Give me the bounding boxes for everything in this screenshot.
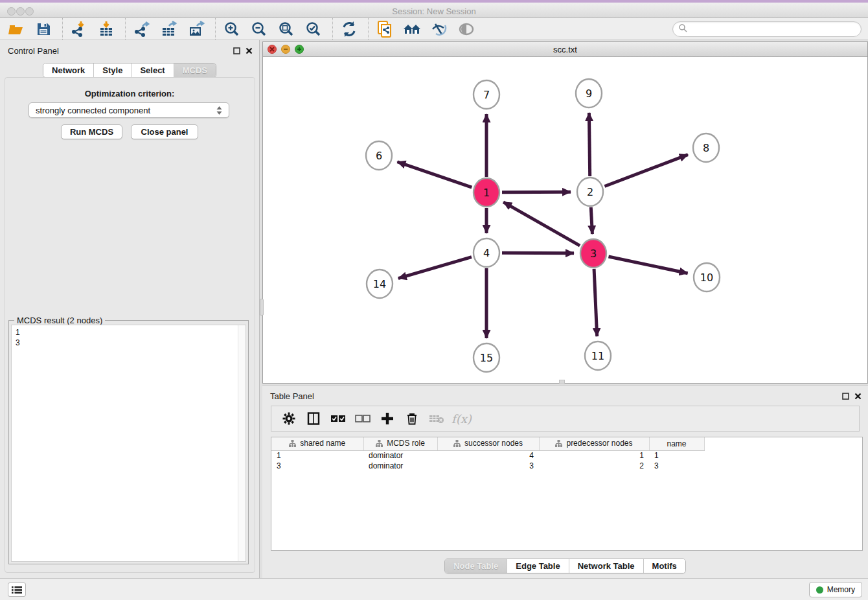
- graph-node-14[interactable]: 14: [367, 270, 393, 298]
- search-icon: [678, 23, 687, 35]
- tab-node-table[interactable]: Node Table: [445, 559, 507, 573]
- delete-icon[interactable]: [402, 409, 422, 428]
- graph-node-1[interactable]: 1: [474, 178, 499, 207]
- tab-edge-table[interactable]: Edge Table: [507, 559, 569, 573]
- tab-select[interactable]: Select: [131, 63, 174, 77]
- memory-status-icon: [816, 586, 823, 594]
- graph-node-6[interactable]: 6: [366, 141, 392, 170]
- column-header-successor-nodes[interactable]: successor nodes: [437, 437, 539, 450]
- search-input[interactable]: [687, 23, 861, 35]
- cell-shared-name[interactable]: 1: [271, 450, 363, 461]
- deselect-all-icon[interactable]: [353, 409, 372, 428]
- optimization-criterion-label: Optimization criterion:: [0, 89, 259, 98]
- splitter-handle-vertical[interactable]: [260, 299, 264, 316]
- cell-mcds-role[interactable]: dominator: [363, 450, 437, 461]
- svg-text:10: 10: [700, 271, 713, 284]
- add-column-icon[interactable]: [378, 409, 397, 428]
- float-table-panel-icon[interactable]: [842, 391, 849, 402]
- open-file-icon[interactable]: [6, 19, 26, 39]
- tab-motifs[interactable]: Motifs: [644, 559, 685, 573]
- hide-details-icon[interactable]: [429, 19, 449, 39]
- table-panel-title: Table Panel: [270, 391, 314, 401]
- optimization-criterion-select[interactable]: strongly connected component: [29, 102, 229, 118]
- graph-edge-4-14[interactable]: [398, 257, 472, 279]
- graph-edge-1-2[interactable]: [502, 192, 571, 192]
- graph-node-15[interactable]: 15: [474, 343, 499, 372]
- run-mcds-button[interactable]: Run MCDS: [61, 124, 122, 139]
- splitter-handle-horizontal[interactable]: [559, 380, 565, 384]
- list-icon: [12, 586, 22, 594]
- graph-edge-2-3[interactable]: [591, 207, 592, 234]
- tab-network[interactable]: Network: [43, 63, 94, 77]
- zoom-in-icon[interactable]: [222, 19, 242, 39]
- column-header-mcds-role[interactable]: MCDS role: [363, 437, 437, 450]
- network-overview-icon[interactable]: [402, 19, 422, 39]
- zoom-out-icon[interactable]: [249, 19, 269, 39]
- float-panel-icon[interactable]: [233, 45, 240, 57]
- graph-node-3[interactable]: 3: [580, 239, 606, 268]
- close-table-panel-icon[interactable]: [854, 391, 862, 402]
- graph-node-4[interactable]: 4: [474, 238, 499, 267]
- cell-shared-name[interactable]: 3: [271, 461, 363, 471]
- delete-table-icon[interactable]: [427, 409, 446, 428]
- graph-edge-1-6[interactable]: [397, 162, 472, 187]
- close-panel-button[interactable]: Close panel: [131, 124, 198, 139]
- column-header-predecessor-nodes[interactable]: predecessor nodes: [539, 437, 649, 450]
- svg-text:14: 14: [373, 278, 386, 290]
- select-all-icon[interactable]: [328, 409, 348, 428]
- svg-text:3: 3: [590, 248, 597, 260]
- zoom-selected-icon[interactable]: [304, 19, 323, 39]
- table-panel: Table Panel: [262, 385, 868, 578]
- tab-style[interactable]: Style: [94, 63, 131, 77]
- graph-node-2[interactable]: 2: [577, 178, 603, 206]
- table-row[interactable]: 3 dominator 3 2 3: [271, 461, 862, 471]
- save-session-icon[interactable]: [34, 19, 53, 39]
- network-canvas[interactable]: 7968124314101511: [263, 57, 867, 383]
- gear-icon[interactable]: [279, 409, 299, 428]
- export-network-icon[interactable]: [132, 19, 152, 39]
- import-table-icon[interactable]: [97, 19, 116, 39]
- import-network-icon[interactable]: [69, 19, 89, 39]
- cell-successor-nodes[interactable]: 4: [437, 450, 539, 461]
- result-scrollbar[interactable]: [238, 325, 246, 561]
- control-panel-title: Control Panel: [8, 46, 59, 56]
- graph-node-8[interactable]: 8: [693, 133, 719, 162]
- graph-edge-2-8[interactable]: [604, 155, 688, 187]
- tab-network-table[interactable]: Network Table: [569, 559, 644, 573]
- export-table-icon[interactable]: [159, 19, 179, 39]
- export-image-icon[interactable]: [187, 19, 206, 39]
- graph-node-10[interactable]: 10: [694, 263, 720, 292]
- graph-node-9[interactable]: 9: [576, 79, 602, 108]
- graph-node-11[interactable]: 11: [585, 341, 611, 370]
- column-layout-icon[interactable]: [304, 409, 323, 428]
- graph-edge-3-11[interactable]: [594, 269, 597, 336]
- cell-predecessor-nodes[interactable]: 1: [539, 450, 649, 461]
- column-header-shared-name[interactable]: shared name: [271, 437, 363, 450]
- graph-node-7[interactable]: 7: [474, 80, 499, 109]
- tab-mcds[interactable]: MCDS: [174, 63, 216, 77]
- cell-predecessor-nodes[interactable]: 2: [539, 461, 649, 471]
- cell-name[interactable]: 3: [649, 461, 704, 471]
- cell-name[interactable]: 1: [649, 450, 704, 461]
- memory-button[interactable]: Memory: [809, 582, 862, 597]
- show-details-icon[interactable]: [457, 19, 476, 39]
- zoom-fit-icon[interactable]: [277, 19, 296, 39]
- column-header-name[interactable]: name: [649, 437, 704, 450]
- cell-mcds-role[interactable]: dominator: [363, 461, 437, 471]
- graph-edge-4-3[interactable]: [502, 253, 574, 253]
- network-window-titlebar[interactable]: scc.txt: [263, 42, 867, 57]
- graph-edge-3-10[interactable]: [608, 257, 687, 273]
- mcds-result-text[interactable]: 1 3: [11, 325, 246, 562]
- title-bar: Session: New Session: [0, 0, 868, 18]
- graph-edge-3-1[interactable]: [503, 202, 580, 246]
- table-tab-bar: Node Table Edge Table Network Table Moti…: [444, 559, 686, 573]
- close-panel-icon[interactable]: [246, 45, 253, 57]
- duplicate-network-icon[interactable]: [375, 19, 394, 39]
- function-builder-icon[interactable]: f(x): [451, 409, 472, 428]
- graph-edge-2-9[interactable]: [589, 113, 589, 176]
- cell-successor-nodes[interactable]: 3: [437, 461, 539, 471]
- column-header-filler: [704, 437, 862, 450]
- task-history-button[interactable]: [8, 583, 26, 597]
- table-row[interactable]: 1 dominator 4 1 1: [271, 450, 862, 461]
- apply-layout-icon[interactable]: [339, 19, 359, 39]
